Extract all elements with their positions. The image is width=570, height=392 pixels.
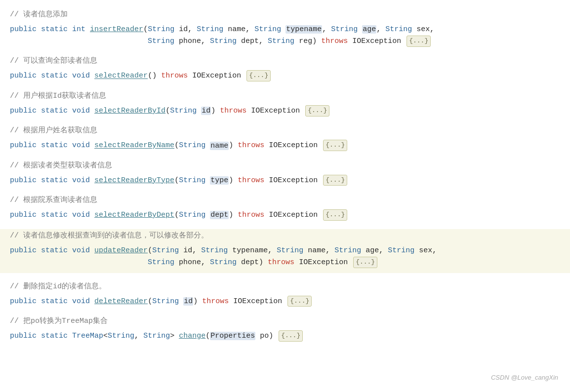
keyword-public: public (10, 176, 37, 185)
type-string: String (179, 211, 205, 219)
collapsed-body[interactable]: {...} (246, 70, 271, 81)
keyword-void: void (72, 176, 90, 185)
code-select-reader-bydept: public static void selectReaderByDept(St… (10, 209, 560, 221)
code-line: public static void selectReaderById(Stri… (10, 105, 560, 117)
collapsed-body[interactable]: {...} (407, 36, 431, 47)
comment-change: // 把po转换为TreeMap集合 (10, 315, 560, 327)
type-string: String (201, 246, 228, 255)
section-select-reader-bytype: // 根据读者类型获取读者信息 public static void selec… (10, 160, 560, 187)
method-selectreaderbydept: selectReaderByDept (94, 211, 174, 219)
section-select-reader-byname: // 根据用户姓名获取信息 public static void selectR… (10, 125, 560, 152)
type-string: String (331, 25, 358, 34)
code-select-reader: public static void selectReader() throws… (10, 70, 560, 82)
type-string: String (334, 246, 361, 255)
throws-keyword: throws (161, 72, 188, 80)
collapsed-body[interactable]: {...} (279, 330, 303, 342)
keyword-static: static (41, 297, 68, 306)
keyword-public: public (10, 25, 37, 34)
keyword-public: public (10, 297, 37, 306)
code-change: public static TreeMap<String, String> ch… (10, 330, 560, 342)
type-string: String (143, 332, 170, 340)
keyword-public: public (10, 211, 37, 219)
type-string: String (152, 297, 179, 306)
code-line-2: String phone, String dept, String reg) t… (10, 36, 560, 47)
comment-text: // 根据院系查询读者信息 (10, 196, 97, 204)
type-string: String (179, 176, 205, 185)
throws-keyword: throws (202, 297, 229, 306)
section-insert-reader: // 读者信息添加 public static int insertReader… (10, 9, 560, 47)
collapsed-body[interactable]: {...} (323, 140, 347, 151)
code-line: public static void selectReader() throws… (10, 70, 560, 82)
code-select-reader-bytype: public static void selectReaderByType(St… (10, 175, 560, 187)
comment-text: // 用户根据Id获取读者信息 (10, 92, 106, 100)
method-selectreaderbytype: selectReaderByType (94, 176, 174, 185)
comment-select-reader-byid: // 用户根据Id获取读者信息 (10, 90, 560, 102)
comment-text: // 根据用户姓名获取信息 (10, 126, 97, 135)
code-line: public static void selectReaderByType(St… (10, 175, 560, 187)
param-name: name (210, 142, 229, 150)
keyword-public: public (10, 107, 37, 115)
code-insert-reader: public static int insertReader(String id… (10, 24, 560, 47)
type-string: String (148, 25, 174, 34)
keyword-static: static (41, 107, 68, 115)
type-string: String (148, 37, 174, 45)
code-select-reader-byid: public static void selectReaderById(Stri… (10, 105, 560, 117)
collapsed-body[interactable]: {...} (323, 175, 347, 186)
code-delete-reader: public static void deleteReader(String i… (10, 296, 560, 308)
keyword-void: void (72, 107, 90, 115)
throws-keyword: throws (268, 259, 294, 267)
collapsed-body[interactable]: {...} (305, 105, 329, 117)
param-age: age (362, 25, 376, 34)
code-update-reader: public static void updateReader(String i… (10, 245, 560, 269)
collapsed-body[interactable]: {...} (353, 257, 377, 268)
comment-select-reader-bydept: // 根据院系查询读者信息 (10, 195, 560, 206)
type-string: String (385, 25, 412, 34)
method-change: change (179, 332, 205, 340)
keyword-void: void (72, 297, 90, 306)
comment-delete-reader: // 删除指定id的读者信息。 (10, 281, 560, 293)
code-select-reader-byname: public static void selectReaderByName(St… (10, 140, 560, 152)
type-treemap: TreeMap (72, 332, 103, 340)
section-select-reader-bydept: // 根据院系查询读者信息 public static void selectR… (10, 195, 560, 221)
type-string: String (152, 246, 179, 255)
param-dept: dept (210, 211, 229, 219)
type-string: String (170, 107, 197, 115)
keyword-static: static (41, 211, 68, 219)
keyword-static: static (41, 25, 68, 34)
comment-insert-reader: // 读者信息添加 (10, 9, 560, 21)
type-string: String (210, 37, 237, 45)
code-line-1: public static int insertReader(String id… (10, 24, 560, 36)
param-type: type (210, 176, 229, 185)
keyword-public: public (10, 142, 37, 150)
param-id: id (183, 297, 193, 306)
section-select-reader: // 可以查询全部读者信息 public static void selectR… (10, 55, 560, 82)
type-string: String (108, 332, 134, 340)
section-delete-reader: // 删除指定id的读者信息。 public static void delet… (10, 281, 560, 308)
collapsed-body[interactable]: {...} (323, 209, 347, 221)
type-string: String (148, 259, 174, 267)
comment-text: // 删除指定id的读者信息。 (10, 282, 106, 291)
method-selectreaderbyname: selectReaderByName (94, 142, 174, 150)
comment-text: // 读者信息修改根据查询到的读者信息，可以修改各部分。 (10, 232, 208, 240)
section-update-reader: // 读者信息修改根据查询到的读者信息，可以修改各部分。 public stat… (0, 229, 570, 273)
section-change: // 把po转换为TreeMap集合 public static TreeMap… (10, 315, 560, 342)
section-select-reader-byid: // 用户根据Id获取读者信息 public static void selec… (10, 90, 560, 117)
param-typename: typename (285, 25, 322, 34)
throws-keyword: throws (238, 176, 264, 185)
type-string: String (179, 142, 205, 150)
throws-keyword: throws (238, 211, 264, 219)
method-insertreader: insertReader (90, 25, 143, 34)
keyword-void: void (72, 211, 90, 219)
watermark: CSDN @Love_cangXin (491, 373, 558, 383)
method-selectreader: selectReader (94, 72, 148, 80)
keyword-public: public (10, 332, 37, 340)
collapsed-body[interactable]: {...} (287, 296, 312, 307)
comment-text: // 根据读者类型获取读者信息 (10, 161, 112, 170)
method-selectreaderbyid: selectReaderById (94, 107, 165, 115)
method-updatereader: updateReader (94, 246, 148, 255)
code-line: public static void selectReaderByDept(St… (10, 209, 560, 221)
type-string: String (277, 246, 303, 255)
keyword-static: static (41, 72, 68, 80)
comment-select-reader-byname: // 根据用户姓名获取信息 (10, 125, 560, 137)
comment-update-reader: // 读者信息修改根据查询到的读者信息，可以修改各部分。 (10, 230, 560, 242)
